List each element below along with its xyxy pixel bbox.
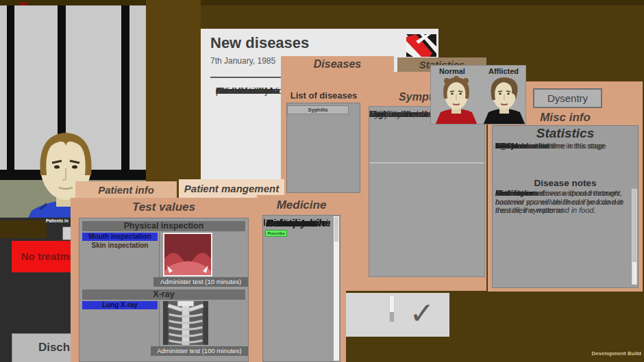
- medication-label: Medication: [495, 189, 534, 198]
- statistics-title: Statistics: [493, 127, 638, 140]
- symptoms-box: High incidence Tiredness Eye weakness ! …: [369, 106, 485, 277]
- test-item-selected[interactable]: Lung X-ray: [82, 301, 158, 309]
- scrollbar[interactable]: [389, 295, 395, 322]
- window-bar: [121, 5, 129, 180]
- scrollbar[interactable]: [632, 189, 637, 285]
- dose-slider[interactable]: [264, 219, 265, 226]
- administer-test-button[interactable]: Administer test (100 minutes): [151, 346, 248, 356]
- medicine-title: Medicine: [257, 198, 346, 212]
- test-values-panel: Test values Physical inspection Mouth in…: [71, 198, 257, 362]
- newspaper-logo-icon: [406, 34, 436, 57]
- window-bar: [7, 5, 14, 180]
- medicine-panel: Medicine Anivectus -10 -1 0 Mg +1 +10 Pr: [257, 195, 346, 362]
- scrollbar[interactable]: [334, 216, 339, 361]
- test-item[interactable]: Skin inspectation: [82, 242, 158, 250]
- dose-stepper: -10 -1 0 Mg +1 +10 Prescribe: [265, 229, 334, 237]
- normal-face-image: [435, 75, 478, 125]
- scrollbar-thumb[interactable]: [390, 312, 394, 322]
- afflicted-face-label: Afflicted: [488, 67, 519, 75]
- scrollbar-thumb[interactable]: [632, 190, 636, 262]
- newspaper-title: New diseases: [210, 34, 416, 52]
- administer-test-button[interactable]: Administer test (10 minutes): [153, 277, 248, 287]
- top-wall-strip: [0, 0, 644, 5]
- game-screen: Patients in No treatment Discharge New d…: [0, 0, 644, 362]
- selected-disease-button[interactable]: Dysentry: [533, 88, 602, 108]
- confirm-panel: ✓: [341, 293, 449, 337]
- xray-header: X-ray: [82, 289, 245, 300]
- low-incidence-label: Low incidence: [369, 109, 428, 119]
- afflicted-face-image: [483, 75, 525, 125]
- test-item-selected[interactable]: Mouth inspectation: [82, 233, 158, 241]
- mouth-inspection-image: [163, 233, 212, 276]
- patients-in-label: Patients in: [46, 218, 71, 224]
- disease-button[interactable]: Syphilis: [287, 105, 349, 114]
- development-build-label: Development Build: [566, 350, 641, 357]
- medicine-name: Pencilin: [266, 217, 330, 229]
- newspaper-heading: Common cold: [216, 86, 273, 96]
- tab-diseases[interactable]: Diseases: [281, 56, 394, 73]
- confirm-check-icon[interactable]: ✓: [401, 293, 443, 334]
- disease-list: Common cold Influenza Tuberculosis Botul…: [286, 103, 360, 193]
- physical-inspection-header: Physical inspection: [82, 221, 245, 231]
- wall: [146, 0, 201, 198]
- medicine-list: Anivectus -10 -1 0 Mg +1 +10 Prescribe C…: [262, 215, 340, 362]
- test-values-box: Physical inspection Mouth inspectation S…: [79, 218, 249, 362]
- statistics-box: Statistics Highest recorded time in this…: [492, 125, 639, 288]
- lung-xray-image: [163, 301, 208, 345]
- scrollbar-thumb[interactable]: [334, 217, 338, 242]
- desk-edge: [0, 220, 47, 238]
- tab-patient-info[interactable]: Patient info: [75, 181, 177, 198]
- face-comparison-panel: Normal Afflicted: [430, 65, 526, 125]
- normal-face-label: Normal: [439, 67, 465, 75]
- disease-notes-title: Disease notes: [493, 178, 638, 188]
- disease-list-title: List of diseases: [284, 90, 363, 101]
- prescribe-button[interactable]: Prescribe: [265, 230, 287, 237]
- patient-action-panel: Patients in No treatment Discharge: [0, 218, 71, 362]
- test-values-title: Test values: [71, 201, 257, 214]
